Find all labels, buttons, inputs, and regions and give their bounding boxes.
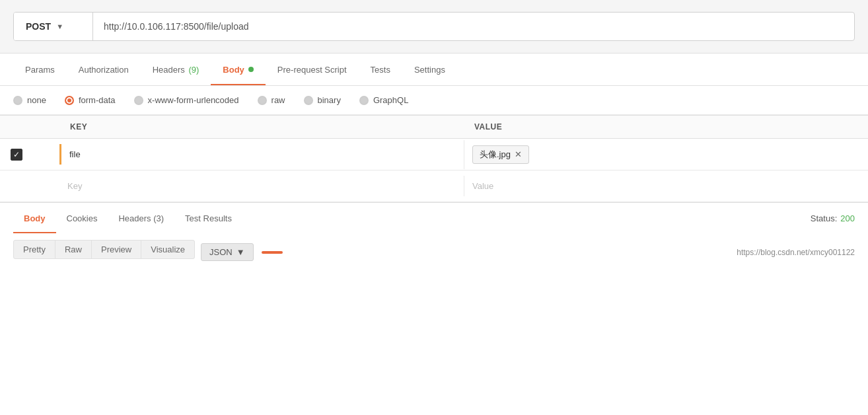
radio-circle-raw xyxy=(258,96,267,105)
radio-none[interactable]: none xyxy=(13,95,46,105)
tab-settings[interactable]: Settings xyxy=(402,54,457,85)
bottom-tab-headers[interactable]: Headers (3) xyxy=(108,203,174,233)
th-key: KEY xyxy=(59,116,464,138)
row1-checkbox[interactable]: ✓ xyxy=(11,149,22,161)
bottom-tabs-section: Body Cookies Headers (3) Test Results St… xyxy=(0,202,868,233)
method-dropdown[interactable]: POST ▼ xyxy=(14,13,93,40)
tab-authorization[interactable]: Authorization xyxy=(67,54,141,85)
json-dropdown-chevron: ▼ xyxy=(236,247,245,257)
checkmark-icon: ✓ xyxy=(13,151,20,159)
tab-prerequest[interactable]: Pre-request Script xyxy=(266,54,359,85)
radio-raw[interactable]: raw xyxy=(258,95,285,105)
sub-tab-preview[interactable]: Preview xyxy=(91,240,141,259)
body-active-dot xyxy=(248,67,254,72)
body-options: none form-data x-www-form-urlencoded raw… xyxy=(0,86,868,115)
sub-tab-pretty[interactable]: Pretty xyxy=(13,240,55,259)
file-badge: 头像.jpg ✕ xyxy=(472,145,529,164)
tabs-section: Params Authorization Headers (9) Body Pr… xyxy=(0,54,868,86)
status-info: Status: 200 xyxy=(811,213,855,223)
response-toolbar: Pretty Raw Preview Visualize JSON ▼ http… xyxy=(0,233,868,271)
row1-checkbox-cell: ✓ xyxy=(0,149,59,161)
url-bar: POST ▼ xyxy=(13,12,855,41)
url-input[interactable] xyxy=(93,21,854,32)
sub-tab-raw[interactable]: Raw xyxy=(55,240,92,259)
radio-graphql[interactable]: GraphQL xyxy=(359,95,408,105)
tabs-list: Params Authorization Headers (9) Body Pr… xyxy=(13,54,855,85)
app-container: POST ▼ Params Authorization Headers (9) … xyxy=(0,0,868,415)
radio-urlencoded[interactable]: x-www-form-urlencoded xyxy=(134,95,239,105)
method-label: POST xyxy=(26,21,51,32)
empty-value-cell[interactable]: Value xyxy=(464,176,868,196)
radio-circle-graphql xyxy=(359,96,369,105)
url-bar-section: POST ▼ xyxy=(0,0,868,54)
table-header: KEY VALUE xyxy=(0,115,868,139)
radio-circle-none xyxy=(13,96,22,105)
status-label: Status: xyxy=(811,213,837,223)
orange-bar xyxy=(262,251,283,254)
th-checkbox-col xyxy=(0,116,59,138)
bottom-tab-testresults[interactable]: Test Results xyxy=(174,203,242,233)
tab-params[interactable]: Params xyxy=(13,54,67,85)
radio-formdata[interactable]: form-data xyxy=(65,95,116,105)
bottom-tabs-list: Body Cookies Headers (3) Test Results xyxy=(13,203,855,233)
row1-key[interactable]: file xyxy=(59,144,464,165)
table-row-empty: Key Value xyxy=(0,170,868,202)
row1-value: 头像.jpg ✕ xyxy=(464,140,868,169)
response-sub-tabs: Pretty Raw Preview Visualize xyxy=(13,240,194,259)
tab-body[interactable]: Body xyxy=(211,54,266,85)
bottom-tab-body[interactable]: Body xyxy=(13,203,56,233)
radio-binary[interactable]: binary xyxy=(304,95,341,105)
status-value: 200 xyxy=(840,213,855,223)
table-row: ✓ file 头像.jpg ✕ xyxy=(0,139,868,170)
tab-tests[interactable]: Tests xyxy=(359,54,402,85)
chevron-down-icon: ▼ xyxy=(56,22,63,30)
radio-circle-binary xyxy=(304,96,313,105)
radio-circle-formdata xyxy=(65,96,74,105)
empty-key-cell[interactable]: Key xyxy=(59,176,464,196)
json-format-dropdown[interactable]: JSON ▼ xyxy=(201,243,254,261)
bottom-tab-cookies[interactable]: Cookies xyxy=(56,203,108,233)
remove-file-icon[interactable]: ✕ xyxy=(515,149,522,159)
tab-headers[interactable]: Headers (9) xyxy=(141,54,211,85)
th-value: VALUE xyxy=(464,116,868,138)
bottom-link: https://blog.csdn.net/xmcy001122 xyxy=(737,248,855,257)
file-name: 头像.jpg xyxy=(480,149,511,161)
sub-tab-visualize[interactable]: Visualize xyxy=(141,240,195,259)
radio-circle-urlencoded xyxy=(134,96,143,105)
headers-badge: (9) xyxy=(188,65,199,75)
